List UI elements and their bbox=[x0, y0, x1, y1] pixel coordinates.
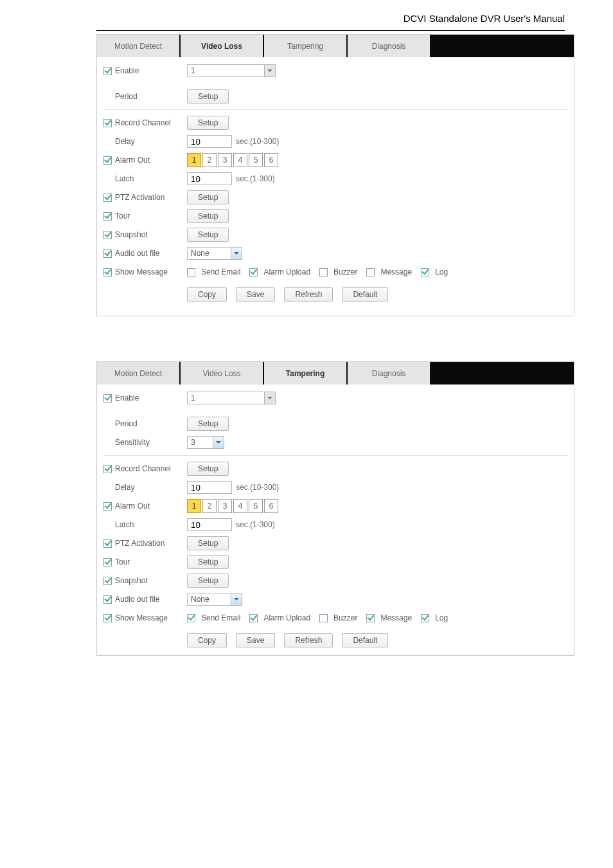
tab-video-loss[interactable]: Video Loss bbox=[181, 362, 263, 384]
audio-out-checkbox[interactable] bbox=[103, 249, 112, 258]
tab-tampering[interactable]: Tampering bbox=[264, 35, 346, 57]
message-checkbox[interactable] bbox=[366, 268, 375, 276]
tour-label: Tour bbox=[115, 557, 130, 566]
audio-out-checkbox[interactable] bbox=[103, 595, 112, 604]
enable-checkbox[interactable] bbox=[103, 67, 112, 75]
alarm-out-4[interactable]: 4 bbox=[233, 153, 247, 167]
delay-input[interactable] bbox=[187, 135, 232, 148]
alarm-out-5[interactable]: 5 bbox=[249, 499, 263, 513]
snapshot-checkbox[interactable] bbox=[103, 577, 112, 585]
audio-out-label: Audio out file bbox=[115, 595, 159, 604]
alarm-out-checkbox[interactable] bbox=[103, 156, 112, 165]
tab-motion-detect[interactable]: Motion Detect bbox=[97, 362, 179, 384]
alarm-out-4[interactable]: 4 bbox=[233, 499, 247, 513]
refresh-button[interactable]: Refresh bbox=[284, 287, 333, 302]
dropdown-arrow-icon bbox=[231, 593, 242, 606]
latch-input[interactable] bbox=[187, 518, 232, 531]
tab-video-loss[interactable]: Video Loss bbox=[181, 35, 263, 57]
send-email-checkbox[interactable] bbox=[187, 614, 195, 622]
show-message-checkbox[interactable] bbox=[103, 614, 112, 622]
tour-setup-button[interactable]: Setup bbox=[187, 555, 229, 569]
alarm-upload-checkbox[interactable] bbox=[249, 268, 258, 276]
alarm-out-2[interactable]: 2 bbox=[202, 499, 217, 513]
latch-label: Latch bbox=[115, 174, 134, 183]
alarm-out-6[interactable]: 6 bbox=[264, 153, 278, 167]
panel-body: Enable 1 Period Setup Sensitivity 3 Reco… bbox=[97, 384, 574, 655]
ptz-label: PTZ Activation bbox=[115, 193, 164, 202]
snapshot-setup-button[interactable]: Setup bbox=[187, 574, 229, 588]
save-button[interactable]: Save bbox=[236, 287, 275, 302]
record-channel-checkbox[interactable] bbox=[103, 119, 112, 127]
sensitivity-value: 3 bbox=[187, 436, 213, 449]
delay-label: Delay bbox=[115, 137, 135, 146]
copy-button[interactable]: Copy bbox=[187, 287, 227, 302]
show-message-label: Show Message bbox=[115, 267, 168, 276]
snapshot-checkbox[interactable] bbox=[103, 231, 112, 239]
record-channel-setup-button[interactable]: Setup bbox=[187, 116, 229, 130]
record-channel-checkbox[interactable] bbox=[103, 465, 112, 473]
delay-label: Delay bbox=[115, 483, 135, 492]
log-checkbox[interactable] bbox=[421, 268, 429, 276]
default-button[interactable]: Default bbox=[342, 287, 388, 302]
buzzer-checkbox[interactable] bbox=[319, 614, 328, 622]
tab-motion-detect[interactable]: Motion Detect bbox=[97, 35, 179, 57]
message-label: Message bbox=[380, 613, 412, 622]
alarm-out-1[interactable]: 1 bbox=[187, 153, 201, 167]
log-label: Log bbox=[435, 613, 448, 622]
audio-out-label: Audio out file bbox=[115, 249, 159, 258]
alarm-out-3[interactable]: 3 bbox=[218, 499, 232, 513]
channel-value: 1 bbox=[187, 64, 264, 77]
alarm-out-label: Alarm Out bbox=[115, 156, 150, 165]
ptz-checkbox[interactable] bbox=[103, 539, 112, 548]
sensitivity-select[interactable]: 3 bbox=[187, 436, 224, 449]
message-checkbox[interactable] bbox=[366, 614, 375, 622]
audio-out-select[interactable]: None bbox=[187, 593, 242, 606]
tour-setup-button[interactable]: Setup bbox=[187, 209, 229, 223]
delay-input[interactable] bbox=[187, 481, 232, 494]
ptz-setup-button[interactable]: Setup bbox=[187, 190, 229, 204]
tour-checkbox[interactable] bbox=[103, 558, 112, 566]
log-checkbox[interactable] bbox=[421, 614, 429, 622]
record-channel-setup-button[interactable]: Setup bbox=[187, 462, 229, 476]
alarm-upload-label: Alarm Upload bbox=[263, 613, 310, 622]
buzzer-label: Buzzer bbox=[333, 267, 357, 276]
buzzer-checkbox[interactable] bbox=[319, 268, 328, 276]
buzzer-label: Buzzer bbox=[333, 613, 357, 622]
period-setup-button[interactable]: Setup bbox=[187, 417, 229, 431]
tabs: Motion Detect Video Loss Tampering Diagn… bbox=[97, 35, 574, 57]
audio-out-select[interactable]: None bbox=[187, 247, 242, 260]
channel-select[interactable]: 1 bbox=[187, 392, 276, 404]
show-message-label: Show Message bbox=[115, 613, 168, 622]
snapshot-setup-button[interactable]: Setup bbox=[187, 228, 229, 242]
channel-value: 1 bbox=[187, 392, 264, 404]
snapshot-label: Snapshot bbox=[115, 576, 148, 585]
refresh-button[interactable]: Refresh bbox=[284, 633, 333, 647]
tab-diagnosis[interactable]: Diagnosis bbox=[348, 35, 430, 57]
period-label: Period bbox=[115, 92, 138, 101]
enable-checkbox[interactable] bbox=[103, 394, 112, 402]
tour-checkbox[interactable] bbox=[103, 212, 112, 221]
default-button[interactable]: Default bbox=[342, 633, 388, 647]
latch-input[interactable] bbox=[187, 172, 232, 185]
alarm-out-2[interactable]: 2 bbox=[202, 153, 217, 167]
tab-diagnosis[interactable]: Diagnosis bbox=[348, 362, 430, 384]
alarm-out-5[interactable]: 5 bbox=[249, 153, 263, 167]
save-button[interactable]: Save bbox=[236, 633, 275, 647]
alarm-out-1[interactable]: 1 bbox=[187, 499, 201, 513]
tab-tampering[interactable]: Tampering bbox=[264, 362, 346, 384]
alarm-out-6[interactable]: 6 bbox=[264, 499, 278, 513]
ptz-setup-button[interactable]: Setup bbox=[187, 536, 229, 550]
alarm-upload-checkbox[interactable] bbox=[249, 614, 258, 622]
period-setup-button[interactable]: Setup bbox=[187, 89, 229, 104]
show-message-checkbox[interactable] bbox=[103, 268, 112, 276]
enable-label: Enable bbox=[115, 66, 139, 75]
channel-select[interactable]: 1 bbox=[187, 64, 276, 77]
send-email-checkbox[interactable] bbox=[187, 268, 195, 276]
copy-button[interactable]: Copy bbox=[187, 633, 227, 647]
alarm-out-checkbox[interactable] bbox=[103, 502, 112, 511]
audio-out-value: None bbox=[187, 247, 231, 260]
ptz-checkbox[interactable] bbox=[103, 194, 112, 202]
sensitivity-label: Sensitivity bbox=[115, 438, 150, 447]
send-email-label: Send Email bbox=[201, 613, 240, 622]
alarm-out-3[interactable]: 3 bbox=[218, 153, 232, 167]
